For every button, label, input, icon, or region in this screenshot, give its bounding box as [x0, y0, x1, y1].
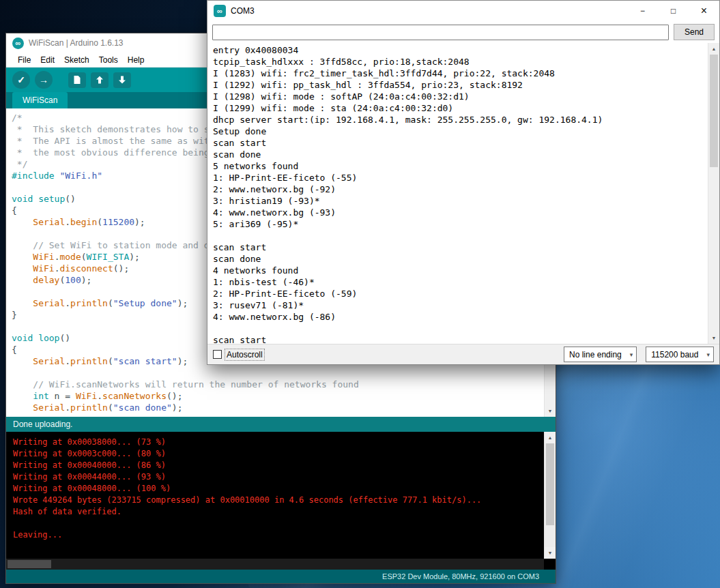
scroll-down-icon[interactable]: ▼	[708, 332, 719, 344]
chevron-down-icon: ▾	[630, 351, 633, 358]
serial-output-line: 2: HP-Print-EE-ficeto (-59)	[213, 288, 719, 299]
scroll-down-icon[interactable]: ▼	[545, 405, 556, 417]
menu-sketch[interactable]: Sketch	[59, 53, 94, 67]
upload-button[interactable]: →	[35, 71, 53, 89]
menu-file[interactable]: File	[13, 53, 35, 67]
console-line: Writing at 0x00048000... (100 %)	[13, 483, 549, 495]
infinity-glyph: ∞	[217, 7, 222, 15]
serial-output-line: scan done	[213, 253, 719, 265]
serial-output-line: 5: ari369 (-95)*	[213, 218, 719, 230]
serial-output-line: 4: www.networx.bg (-93)	[213, 207, 719, 218]
tab-label: WiFiScan	[23, 95, 57, 105]
arrow-up-icon	[95, 76, 104, 84]
console-scrollbar-thumb[interactable]	[546, 443, 554, 525]
serial-output-text: entry 0x40080034tcpip_task_hdlxxx : 3ffd…	[207, 43, 719, 344]
verify-button[interactable]: ✓	[12, 71, 30, 89]
serial-output-line: 3: rusev71 (-81)*	[213, 299, 719, 311]
save-sketch-button[interactable]	[113, 72, 131, 88]
menu-help[interactable]: Help	[123, 53, 149, 67]
serial-output-line: dhcp server start:(ip: 192.168.4.1, mask…	[213, 114, 719, 126]
serial-output-line: tcpip_task_hdlxxx : 3ffd58cc, prio:18,st…	[213, 56, 719, 68]
open-sketch-button[interactable]	[91, 72, 109, 88]
console-line: Writing at 0x00040000... (86 %)	[13, 460, 549, 471]
serial-output-line: Setup done	[213, 126, 719, 137]
scroll-up-icon[interactable]: ▲	[708, 43, 719, 55]
line-ending-dropdown[interactable]: No line ending ▾	[564, 347, 637, 362]
serial-output-line: 3: hristian19 (-93)*	[213, 195, 719, 207]
code-line: // WiFi.scanNetworks will return the num…	[12, 379, 556, 390]
serial-vertical-scrollbar[interactable]: ▲ ▼	[708, 43, 719, 344]
ide-footer-bar: ESP32 Dev Module, 80MHz, 921600 on COM3	[6, 570, 556, 583]
serial-output-line: I (1298) wifi: mode : softAP (24:0a:c4:0…	[213, 91, 719, 102]
console-output: Writing at 0x00038000... (73 %)Writing a…	[6, 432, 556, 546]
serial-output-line: I (1299) wifi: mode : sta (24:0a:c4:00:3…	[213, 102, 719, 114]
line-ending-value: No line ending	[569, 350, 622, 359]
serial-output-line: 5 networks found	[213, 160, 719, 172]
serial-output-line: scan start	[213, 137, 719, 149]
serial-scrollbar-thumb[interactable]	[710, 55, 718, 167]
serial-output-line: scan start	[213, 241, 719, 253]
menu-edit[interactable]: Edit	[35, 53, 59, 67]
right-arrow-icon: →	[39, 75, 48, 85]
serial-output-line: 1: nbis-test (-46)*	[213, 276, 719, 288]
console-hscroll-thumb[interactable]	[8, 560, 51, 568]
console-horizontal-scrollbar[interactable]	[6, 559, 544, 570]
console-line: Writing at 0x00038000... (73 %)	[13, 437, 549, 448]
serial-output-line	[213, 230, 719, 241]
serial-monitor-title-bar[interactable]: ∞ COM3 − □ ×	[207, 1, 719, 21]
console-line: Hash of data verified.	[13, 506, 549, 518]
serial-output-line: 1: HP-Print-EE-ficeto (-55)	[213, 172, 719, 183]
arduino-logo-icon: ∞	[214, 5, 226, 17]
scroll-up-icon[interactable]: ▲	[545, 432, 556, 443]
minimize-button[interactable]: −	[627, 1, 658, 21]
new-file-icon	[73, 75, 81, 85]
console-line: Wrote 449264 bytes (233715 compressed) a…	[13, 495, 549, 506]
baud-rate-dropdown[interactable]: 115200 baud ▾	[646, 347, 714, 362]
serial-output-line: 4: www.networx.bg (-86)	[213, 311, 719, 323]
menu-tools[interactable]: Tools	[94, 53, 123, 67]
scroll-down-icon[interactable]: ▼	[545, 547, 556, 559]
board-port-status: ESP32 Dev Module, 80MHz, 921600 on COM3	[382, 572, 539, 580]
autoscroll-checkbox[interactable]	[213, 350, 222, 359]
serial-output-line: 4 networks found	[213, 265, 719, 276]
ide-status-bar: Done uploading.	[6, 417, 556, 432]
chevron-down-icon: ▾	[706, 351, 710, 358]
code-line	[12, 367, 556, 379]
code-line: int n = WiFi.scanNetworks();	[12, 390, 556, 402]
serial-monitor-window: ∞ COM3 − □ × Send entry 0x40080034tcpip_…	[207, 0, 720, 365]
console-line: Leaving...	[13, 529, 549, 541]
status-message: Done uploading.	[13, 420, 72, 429]
console-line: Writing at 0x0003c000... (80 %)	[13, 448, 549, 460]
ide-window-title: WiFiScan | Arduino 1.6.13	[29, 38, 124, 48]
console-line: Writing at 0x00044000... (93 %)	[13, 471, 549, 483]
close-button[interactable]: ×	[689, 1, 719, 21]
serial-input-field[interactable]	[212, 25, 669, 40]
serial-monitor-title: COM3	[231, 6, 627, 16]
infinity-glyph: ∞	[16, 39, 21, 47]
arrow-down-icon	[117, 76, 127, 84]
send-button[interactable]: Send	[674, 24, 715, 40]
new-sketch-button[interactable]	[68, 72, 86, 88]
arduino-logo-icon: ∞	[12, 38, 24, 49]
baud-rate-value: 115200 baud	[651, 350, 698, 359]
maximize-button[interactable]: □	[658, 1, 689, 21]
serial-output-line	[213, 323, 719, 334]
ide-console: Writing at 0x00038000... (73 %)Writing a…	[6, 432, 556, 570]
serial-output-line: entry 0x40080034	[213, 44, 719, 56]
serial-output-area[interactable]: entry 0x40080034tcpip_task_hdlxxx : 3ffd…	[207, 43, 719, 344]
serial-output-line: I (1292) wifi: pp_task_hdl : 3ffda554, p…	[213, 79, 719, 91]
console-vertical-scrollbar[interactable]: ▲ ▼	[544, 432, 556, 559]
serial-monitor-bottom-bar: Autoscroll No line ending ▾ 115200 baud …	[207, 344, 719, 364]
code-line: Serial.println("scan done");	[12, 402, 556, 413]
console-line	[13, 518, 549, 529]
serial-output-line: scan start	[213, 334, 719, 344]
serial-output-line: I (1283) wifi: frc2_timer_task_hdl:3ffd7…	[213, 68, 719, 79]
tab-wifiscan[interactable]: WiFiScan	[12, 92, 68, 108]
autoscroll-label[interactable]: Autoscroll	[225, 349, 264, 360]
serial-output-line: scan done	[213, 149, 719, 160]
serial-output-line: 2: www.networx.bg (-92)	[213, 183, 719, 195]
serial-input-row: Send	[207, 21, 719, 43]
check-icon: ✓	[17, 75, 25, 85]
